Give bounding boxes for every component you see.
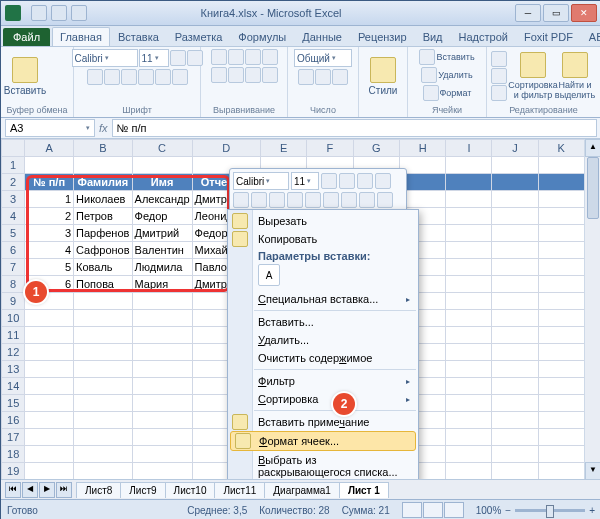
tab-view[interactable]: Вид [415,27,451,46]
mini-dec-dec-icon[interactable] [359,192,375,208]
border-icon[interactable] [138,69,154,85]
fx-icon[interactable]: fx [99,122,108,134]
cell[interactable] [132,463,192,480]
styles-button[interactable]: Стили [363,51,403,101]
col-header[interactable]: A [25,140,74,157]
clear-icon[interactable] [491,85,507,101]
col-header[interactable]: G [353,140,399,157]
tab-insert[interactable]: Вставка [110,27,167,46]
mini-size-combo[interactable]: 11 [291,172,319,190]
cell[interactable] [492,225,538,242]
sheet-tab-active[interactable]: Лист 1 [339,482,389,498]
tab-home[interactable]: Главная [52,27,110,46]
ctx-delete[interactable]: Удалить... [228,331,418,349]
mini-grow-font-icon[interactable] [321,173,337,189]
cell[interactable] [446,463,492,480]
ctx-cut[interactable]: Вырезать [228,212,418,230]
cell[interactable] [74,446,133,463]
sheet-tab[interactable]: Лист11 [214,482,265,498]
cell[interactable] [492,412,538,429]
fill-color-icon[interactable] [155,69,171,85]
cell[interactable] [446,446,492,463]
cell[interactable] [74,310,133,327]
cell[interactable] [492,463,538,480]
row-header[interactable]: 16 [2,412,25,429]
mini-currency-icon[interactable] [357,173,373,189]
ctx-sort[interactable]: Сортировка▸ [228,390,418,408]
cell[interactable] [25,327,74,344]
find-select-button[interactable]: Найти и выделить [555,51,595,101]
cell[interactable] [492,242,538,259]
cell[interactable] [132,395,192,412]
cells-format-button[interactable]: Формат [423,85,472,101]
cell[interactable]: Николаев [74,191,133,208]
cell[interactable] [538,412,584,429]
cell[interactable] [25,378,74,395]
sheet-tab[interactable]: Диаграмма1 [264,482,340,498]
cell[interactable] [446,157,492,174]
sheet-tab[interactable]: Лист8 [76,482,121,498]
cell[interactable] [492,259,538,276]
ctx-paste-special[interactable]: Специальная вставка...▸ [228,290,418,308]
mini-border-icon[interactable] [269,192,285,208]
row-header[interactable]: 4 [2,208,25,225]
scroll-down-button[interactable]: ▼ [585,462,600,480]
col-header[interactable]: E [260,140,306,157]
cell[interactable] [74,463,133,480]
cell[interactable]: № п/п [25,174,74,191]
mini-font-color-icon[interactable] [305,192,321,208]
col-header[interactable]: H [400,140,446,157]
view-break-icon[interactable] [444,502,464,518]
cell[interactable] [538,225,584,242]
view-layout-icon[interactable] [423,502,443,518]
mini-italic-icon[interactable] [251,192,267,208]
cell[interactable] [446,344,492,361]
cell[interactable] [538,208,584,225]
cell[interactable] [492,293,538,310]
cell[interactable] [446,293,492,310]
cell[interactable] [492,208,538,225]
cell[interactable] [538,395,584,412]
ctx-comment[interactable]: Вставить примечание [228,413,418,431]
ctx-format-cells[interactable]: Формат ячеек... [230,431,416,451]
ctx-insert[interactable]: Вставить... [228,313,418,331]
ctx-copy[interactable]: Копировать [228,230,418,248]
cell[interactable] [25,429,74,446]
currency-icon[interactable] [298,69,314,85]
cell[interactable] [74,344,133,361]
tab-foxit[interactable]: Foxit PDF [516,27,581,46]
cell[interactable] [25,395,74,412]
sheet-tab[interactable]: Лист9 [120,482,165,498]
maximize-button[interactable]: ▭ [543,4,569,22]
cell[interactable] [74,378,133,395]
col-header[interactable]: D [192,140,260,157]
zoom-slider[interactable]: 100%−+ [476,505,595,516]
autosum-icon[interactable] [491,51,507,67]
cell[interactable] [538,446,584,463]
align-right-icon[interactable] [245,67,261,83]
formula-input[interactable]: № п/п [112,119,597,137]
cell[interactable]: Сафронов [74,242,133,259]
cell[interactable]: 4 [25,242,74,259]
row-header[interactable]: 5 [2,225,25,242]
cell[interactable] [74,157,133,174]
cell[interactable] [74,327,133,344]
fill-icon[interactable] [491,68,507,84]
cell[interactable] [492,446,538,463]
scroll-thumb[interactable] [587,157,599,219]
cell[interactable]: 3 [25,225,74,242]
cell[interactable] [538,276,584,293]
cell[interactable] [446,276,492,293]
cell[interactable] [538,157,584,174]
row-header[interactable]: 18 [2,446,25,463]
row-header[interactable]: 19 [2,463,25,480]
cell[interactable] [538,361,584,378]
cell[interactable] [446,259,492,276]
cell[interactable] [446,242,492,259]
sort-filter-button[interactable]: Сортировка и фильтр [513,51,553,101]
cell[interactable] [538,191,584,208]
cell[interactable] [492,157,538,174]
cell[interactable] [74,412,133,429]
sheet-tab[interactable]: Лист10 [165,482,216,498]
cell[interactable] [538,259,584,276]
